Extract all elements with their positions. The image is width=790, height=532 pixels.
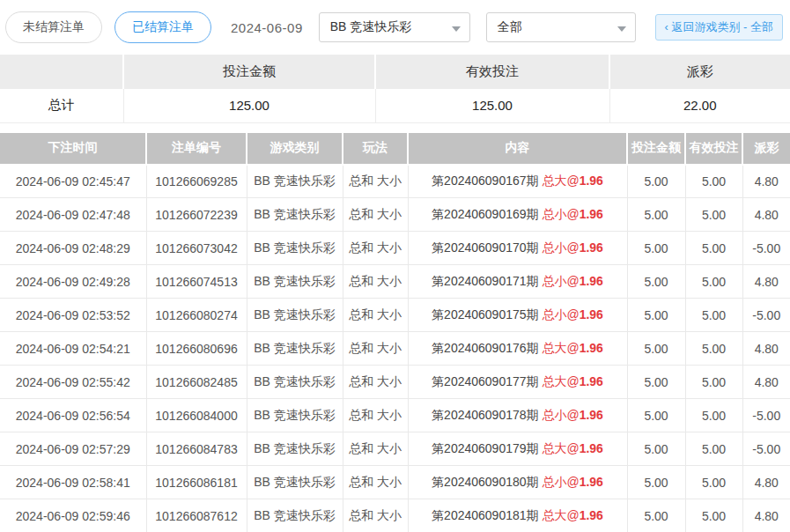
tab-settled-bets[interactable]: 已结算注单 [114, 11, 211, 43]
bet-time-cell: 2024-06-09 02:58:41 [0, 466, 146, 499]
bet-time-cell: 2024-06-09 02:55:42 [0, 366, 146, 399]
bet-pick: 总小@ [542, 475, 579, 489]
bet-content-cell: 第202406090169期 总小@1.96 [408, 198, 627, 232]
bet-odds: 1.96 [580, 307, 603, 321]
bet-time-cell: 2024-06-09 02:54:21 [0, 332, 146, 366]
play-type-cell: 总和 大小 [343, 399, 408, 432]
bet-pick: 总大@ [542, 174, 579, 188]
bet-content-cell: 第202406090171期 总小@1.96 [408, 265, 627, 299]
valid-stake-cell: 5.00 [685, 232, 742, 265]
play-type-cell: 总和 大小 [343, 332, 408, 366]
game-type-cell: BB 竞速快乐彩 [247, 232, 343, 265]
bet-time-cell: 2024-06-09 02:47:48 [0, 198, 146, 232]
bet-table-header-row: 下注时间 注单编号 游戏类别 玩法 内容 投注金额 有效投注 派彩 [0, 133, 790, 165]
summary-header-bet-amount: 投注金额 [123, 55, 375, 89]
game-type-cell: BB 竞速快乐彩 [247, 299, 343, 332]
game-type-cell: BB 竞速快乐彩 [247, 432, 343, 466]
bet-time-cell: 2024-06-09 02:56:54 [0, 399, 146, 432]
bet-pick: 总小@ [542, 207, 579, 221]
stake-cell: 5.00 [627, 299, 685, 332]
bet-content-cell: 第202406090179期 总大@1.96 [408, 432, 627, 466]
summary-header-valid-bet: 有效投注 [375, 55, 609, 89]
play-type-cell: 总和 大小 [343, 299, 408, 332]
bet-pick: 总大@ [542, 441, 579, 455]
draw-period: 第202406090177期 [432, 374, 542, 388]
payout-cell: 4.80 [742, 198, 790, 232]
order-id-cell: 101266080274 [146, 299, 247, 332]
play-type-cell: 总和 大小 [343, 432, 408, 466]
bet-pick: 总大@ [542, 341, 579, 355]
order-id-cell: 101266086181 [146, 466, 247, 499]
play-type-cell: 总和 大小 [343, 165, 408, 198]
game-type-cell: BB 竞速快乐彩 [247, 198, 343, 232]
stake-cell: 5.00 [627, 165, 685, 198]
valid-stake-cell: 5.00 [685, 399, 742, 432]
header-game-type: 游戏类别 [247, 133, 343, 165]
header-order-id: 注单编号 [146, 133, 247, 165]
play-type-cell: 总和 大小 [343, 499, 408, 532]
bet-time-cell: 2024-06-09 02:53:52 [0, 299, 146, 332]
valid-stake-cell: 5.00 [685, 366, 742, 399]
bet-time-cell: 2024-06-09 02:48:29 [0, 232, 146, 265]
bet-pick: 总大@ [542, 374, 579, 388]
payout-cell: 4.80 [742, 366, 790, 399]
date-label: 2024-06-09 [231, 20, 303, 35]
game-type-cell: BB 竞速快乐彩 [247, 332, 343, 366]
header-bet-time: 下注时间 [0, 133, 146, 165]
table-row: 2024-06-09 02:53:52101266080274BB 竞速快乐彩总… [0, 299, 790, 332]
draw-period: 第202406090179期 [432, 441, 542, 455]
table-row: 2024-06-09 02:54:21101266080696BB 竞速快乐彩总… [0, 332, 790, 366]
payout-cell: -5.00 [742, 432, 790, 466]
game-type-select[interactable]: BB 竞速快乐彩 [319, 12, 470, 42]
payout-cell: -5.00 [742, 399, 790, 432]
draw-period: 第202406090171期 [432, 274, 542, 288]
order-id-cell: 101266084000 [146, 399, 247, 432]
valid-stake-cell: 5.00 [685, 198, 742, 232]
payout-cell: -5.00 [742, 299, 790, 332]
filter-select[interactable]: 全部 [486, 12, 636, 42]
order-id-cell: 101266082485 [146, 366, 247, 399]
bet-content-cell: 第202406090178期 总小@1.96 [408, 399, 627, 432]
header-content: 内容 [408, 133, 627, 165]
table-row: 2024-06-09 02:48:29101266073042BB 竞速快乐彩总… [0, 232, 790, 265]
bet-content-cell: 第202406090170期 总小@1.96 [408, 232, 627, 265]
bet-pick: 总大@ [542, 508, 579, 522]
summary-total-valid-bet: 125.00 [375, 89, 609, 122]
bet-odds: 1.96 [580, 274, 603, 288]
order-id-cell: 101266084783 [146, 432, 247, 466]
stake-cell: 5.00 [627, 198, 685, 232]
play-type-cell: 总和 大小 [343, 366, 408, 399]
summary-total-label: 总计 [0, 89, 123, 122]
stake-cell: 5.00 [627, 366, 685, 399]
bet-odds: 1.96 [580, 441, 603, 455]
draw-period: 第202406090167期 [432, 174, 542, 188]
bet-odds: 1.96 [580, 508, 603, 522]
bet-odds: 1.96 [580, 374, 603, 388]
bet-content-cell: 第202406090180期 总小@1.96 [408, 466, 627, 499]
order-id-cell: 101266073042 [146, 232, 247, 265]
game-type-cell: BB 竞速快乐彩 [247, 165, 343, 198]
bet-odds: 1.96 [580, 174, 603, 188]
order-id-cell: 101266074513 [146, 265, 247, 299]
tab-unsettled-bets[interactable]: 未结算注单 [5, 11, 102, 43]
table-row: 2024-06-09 02:49:28101266074513BB 竞速快乐彩总… [0, 265, 790, 299]
stake-cell: 5.00 [627, 466, 685, 499]
header-payout: 派彩 [742, 133, 790, 165]
stake-cell: 5.00 [627, 432, 685, 466]
order-id-cell: 101266080696 [146, 332, 247, 366]
table-row: 2024-06-09 02:59:46101266087612BB 竞速快乐彩总… [0, 499, 790, 532]
summary-header-empty [0, 55, 123, 89]
payout-cell: 4.80 [742, 499, 790, 532]
table-row: 2024-06-09 02:56:54101266084000BB 竞速快乐彩总… [0, 399, 790, 432]
order-id-cell: 101266072239 [146, 198, 247, 232]
draw-period: 第202406090175期 [432, 307, 542, 321]
table-row: 2024-06-09 02:45:47101266069285BB 竞速快乐彩总… [0, 165, 790, 198]
game-type-cell: BB 竞速快乐彩 [247, 366, 343, 399]
chevron-down-icon [617, 26, 626, 32]
valid-stake-cell: 5.00 [685, 432, 742, 466]
table-row: 2024-06-09 02:57:29101266084783BB 竞速快乐彩总… [0, 432, 790, 466]
back-to-game-category-button[interactable]: ‹ 返回游戏类别 - 全部 [655, 14, 784, 41]
valid-stake-cell: 5.00 [685, 165, 742, 198]
payout-cell: 4.80 [742, 165, 790, 198]
toolbar: 未结算注单 已结算注单 2024-06-09 BB 竞速快乐彩 全部 ‹ 返回游… [0, 0, 790, 55]
